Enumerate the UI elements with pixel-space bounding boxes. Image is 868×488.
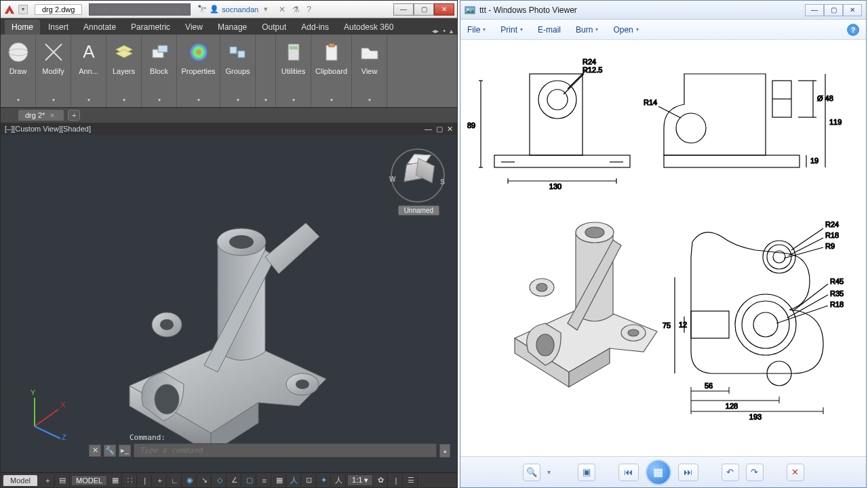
ribbon-tab-output[interactable]: Output [255,20,293,35]
prev-button[interactable]: ⏮ [618,464,639,481]
wpv-image-area[interactable]: R24 R12.5 89 130 R14 Ø 48 119 [460,40,866,456]
help-search-input[interactable] [89,3,191,16]
panel-utilities[interactable]: Utilities▾ [276,35,311,107]
viewcube[interactable]: W S [391,148,445,203]
delete-button[interactable]: ✕ [787,464,804,481]
annoscale-icon[interactable]: 人 [332,474,346,487]
ribbon-tab-addins[interactable]: Add-ins [294,20,336,35]
customize-icon[interactable]: ☰ [404,474,418,487]
chevron-down-icon[interactable]: ▾ [330,97,333,106]
exchange-icon[interactable]: ✕ [279,5,285,14]
chevron-down-icon[interactable]: ▾ [264,97,267,106]
otrack-icon[interactable]: ▢ [243,474,256,487]
ribbon-tab-home[interactable]: Home [5,20,40,35]
grid-icon[interactable]: ▦ [108,474,122,487]
ribbon-bullet-icon[interactable]: • [443,27,446,35]
vp-minimize-icon[interactable]: — [425,125,432,133]
cmd-history-up-icon[interactable]: ▴ [439,444,450,458]
chevron-down-icon[interactable]: ▾ [292,97,295,106]
menu-burn[interactable]: Burn▾ [576,25,598,35]
panel-annotation[interactable]: A Ann...▾ [71,35,106,107]
ribbon-tab-annotate[interactable]: Annotate [77,20,123,35]
qat-dropdown-icon[interactable]: ▾ [18,5,28,14]
viewport-controls[interactable]: [–][Custom View][Shaded] [5,125,91,133]
selection-icon[interactable]: ⊡ [302,474,316,487]
infer-icon[interactable]: + [153,474,167,487]
next-button[interactable]: ⏭ [678,464,698,481]
panel-view[interactable]: View▾ [352,35,387,107]
panel-groups[interactable]: Groups▾ [220,35,256,107]
menu-print[interactable]: Print▾ [500,25,523,35]
polar-icon[interactable]: ◉ [183,474,197,487]
zoom-button[interactable]: 🔍 [523,464,540,481]
panel-clipboard[interactable]: Clipboard▾ [311,35,352,107]
new-tab-button[interactable]: + [68,110,80,121]
document-title-tab[interactable]: drg 2.dwg [35,4,82,15]
chevron-down-icon[interactable]: ▾ [52,97,55,106]
iso-icon[interactable]: ↘ [198,474,212,487]
chevron-down-icon[interactable]: ▾ [547,468,551,476]
gizmo-icon[interactable]: ✦ [317,474,331,487]
vp-close-icon[interactable]: ✕ [447,125,453,134]
rotate-cw-button[interactable]: ↷ [746,464,764,481]
ribbon-tab-autodesk360[interactable]: Autodesk 360 [337,20,400,35]
minimize-button[interactable]: — [393,3,414,16]
ribbon-tab-view[interactable]: View [178,20,210,35]
menu-open[interactable]: Open▾ [613,25,638,35]
cmd-close-icon[interactable]: ✕ [89,445,101,457]
wpv-close-button[interactable]: ✕ [843,4,862,16]
user-signin[interactable]: 🔭 👤 socnandan ▾ [197,5,271,14]
ribbon-collapse-icon[interactable]: ▴ [450,27,453,35]
menu-file[interactable]: File▾ [467,25,486,35]
transparency-icon[interactable]: ▦ [273,474,286,487]
layout-tab-model[interactable]: Model [3,475,37,486]
chevron-down-icon[interactable]: ▾ [158,97,161,106]
ribbon-scroll-left-icon[interactable]: ◂▸ [432,27,439,35]
slideshow-button[interactable]: ▦ [646,460,671,485]
help-icon[interactable]: ? [307,5,311,14]
panel-modify[interactable]: Modify▾ [36,35,71,107]
close-button[interactable]: ✕ [434,3,454,16]
cmd-customize-icon[interactable]: 🔧 [104,445,116,457]
ribbon-tab-insert[interactable]: Insert [41,20,75,35]
rotate-ccw-button[interactable]: ↶ [722,464,739,481]
ortho-icon[interactable]: ∟ [168,474,182,487]
wpv-minimize-button[interactable]: — [805,4,824,16]
menu-email[interactable]: E-mail [538,25,561,35]
chevron-down-icon[interactable]: ▾ [237,97,239,106]
chevron-down-icon[interactable]: ▾ [17,97,20,106]
panel-layers[interactable]: Layers▾ [106,35,142,107]
layout-add-icon[interactable]: + [41,474,55,487]
share-icon[interactable]: ⚗ [292,5,300,14]
snap-icon[interactable]: ⸬ [123,474,137,487]
space-toggle[interactable]: MODEL [71,475,107,486]
angle-icon[interactable]: ∠ [228,474,241,487]
panel-draw[interactable]: Draw▾ [1,35,36,107]
chevron-down-icon[interactable]: ▾ [368,97,371,106]
ucs-icon[interactable]: X Y Z [21,386,75,440]
annotation-scale[interactable]: 1:1 ▾ [347,474,373,486]
ribbon-tab-parametric[interactable]: Parametric [124,20,177,35]
dynucs-icon[interactable]: 人 [288,474,301,487]
close-tab-icon[interactable]: × [50,112,54,119]
vp-maximize-icon[interactable]: ▢ [436,125,443,134]
lineweight-icon[interactable]: ≡ [258,474,271,487]
viewcube-cube-icon[interactable] [404,157,432,184]
wpv-help-icon[interactable]: ? [847,24,859,36]
viewcube-label[interactable]: Unnamed [398,205,439,216]
panel-block[interactable]: Block▾ [142,35,177,107]
ribbon-tab-manage[interactable]: Manage [211,20,254,35]
layout-menu-icon[interactable]: ▤ [56,474,70,487]
command-input[interactable] [134,443,437,458]
drawing-viewport[interactable]: W S Unnamed X Y Z Command: ✕ 🔧 ▸_ ▴ [1,135,457,472]
gear-icon[interactable]: ✿ [374,474,388,487]
panel-properties[interactable]: Properties▾ [177,35,220,107]
actual-size-button[interactable]: ▣ [578,464,595,481]
osnap-icon[interactable]: ◇ [213,474,226,487]
document-tab[interactable]: drg 2* × [18,110,64,121]
wpv-maximize-button[interactable]: ▢ [824,4,843,16]
chevron-down-icon[interactable]: ▾ [197,97,200,106]
chevron-down-icon[interactable]: ▾ [123,97,125,106]
chevron-down-icon[interactable]: ▾ [87,97,90,106]
maximize-button[interactable]: ▢ [414,3,434,16]
